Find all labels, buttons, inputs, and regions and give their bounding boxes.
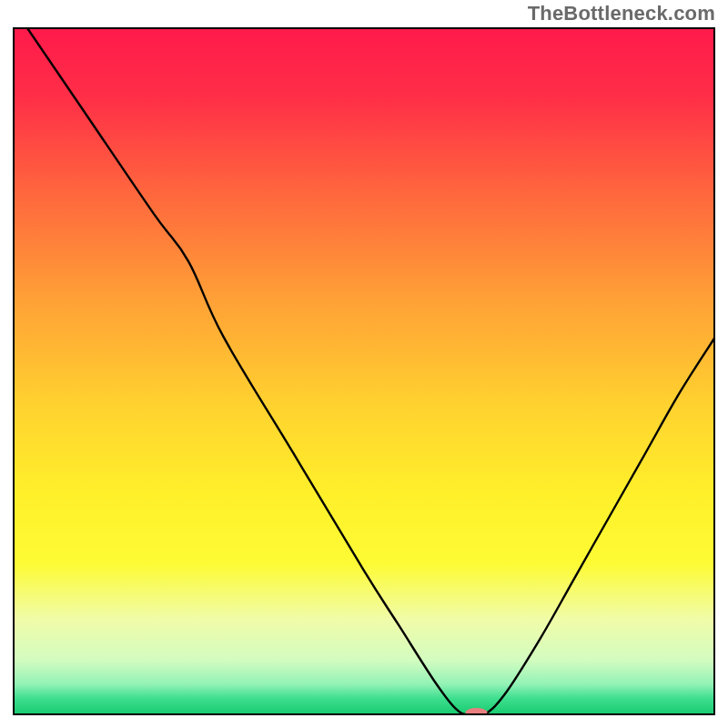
chart-plot-area: [13, 27, 715, 715]
watermark-text: TheBottleneck.com: [528, 2, 715, 25]
chart-svg: [13, 27, 715, 715]
chart-background: [13, 27, 715, 715]
chart-container: TheBottleneck.com: [0, 0, 728, 728]
